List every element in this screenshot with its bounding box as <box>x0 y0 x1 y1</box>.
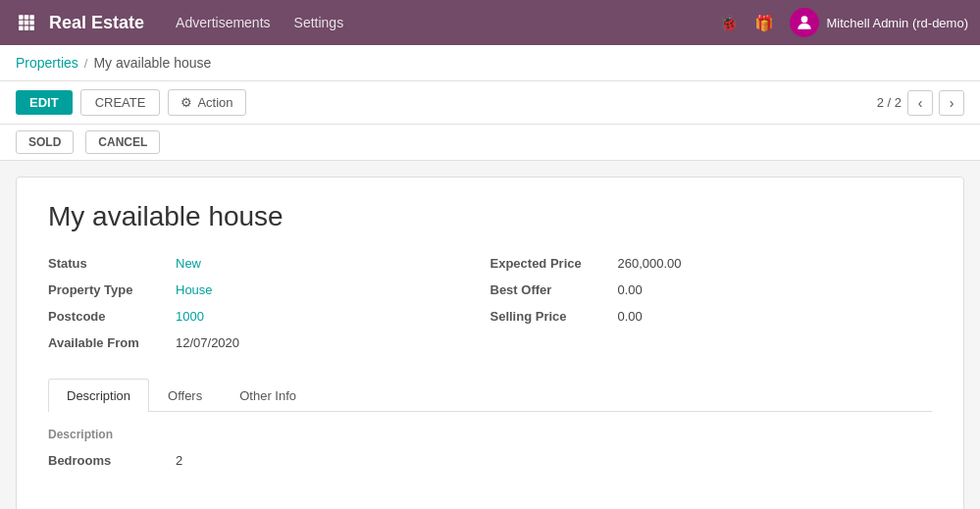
fields-grid: Status New Property Type House Postcode … <box>48 256 932 350</box>
status-bar: SOLD CANCEL <box>0 125 980 161</box>
breadcrumb: Properties / My available house <box>0 45 980 81</box>
field-label-status: Status <box>48 256 176 271</box>
main-content: My available house Status New Property T… <box>0 161 980 509</box>
svg-rect-1 <box>25 15 29 20</box>
edit-button[interactable]: EDIT <box>16 90 73 115</box>
field-best-offer: Best Offer 0.00 <box>490 282 933 297</box>
record-card: My available house Status New Property T… <box>16 177 964 509</box>
field-value-selling-price: 0.00 <box>618 309 643 324</box>
record-title: My available house <box>48 201 932 232</box>
topnav-right: 🐞 🎁 Mitchell Admin (rd-demo) <box>719 8 969 37</box>
pager-text: 2 / 2 <box>877 95 902 110</box>
action-button[interactable]: Action <box>168 89 245 116</box>
create-button[interactable]: CREATE <box>80 89 161 116</box>
field-selling-price: Selling Price 0.00 <box>490 309 933 324</box>
breadcrumb-parent[interactable]: Properties <box>16 55 78 71</box>
field-available-from: Available From 12/07/2020 <box>48 335 490 350</box>
breadcrumb-separator: / <box>84 56 88 71</box>
svg-rect-5 <box>29 21 34 25</box>
svg-rect-0 <box>19 15 24 20</box>
grid-menu-icon[interactable] <box>12 8 41 37</box>
tab-section-description-label: Description <box>48 428 932 441</box>
app-brand: Real Estate <box>49 13 144 33</box>
menu-item-advertisements[interactable]: Advertisements <box>176 11 270 34</box>
tab-content-description: Description Bedrooms 2 <box>48 412 932 493</box>
svg-rect-3 <box>19 21 24 25</box>
field-value-available-from: 12/07/2020 <box>176 335 239 350</box>
pager-prev[interactable]: ‹ <box>907 90 933 116</box>
fields-right: Expected Price 260,000.00 Best Offer 0.0… <box>490 256 933 350</box>
field-label-postcode: Postcode <box>48 309 176 324</box>
top-navigation: Real Estate Advertisements Settings 🐞 🎁 … <box>0 0 980 45</box>
svg-rect-6 <box>19 25 24 30</box>
tab-description[interactable]: Description <box>48 379 149 412</box>
pager: 2 / 2 ‹ › <box>877 90 964 116</box>
field-label-available-from: Available From <box>48 335 176 350</box>
gear-icon <box>181 95 192 110</box>
sold-button[interactable]: SOLD <box>16 130 74 154</box>
bug-icon[interactable]: 🐞 <box>719 14 739 32</box>
tab-field-bedrooms: Bedrooms 2 <box>48 453 932 468</box>
field-value-expected-price: 260,000.00 <box>618 256 682 271</box>
gift-icon[interactable]: 🎁 <box>754 14 774 32</box>
svg-rect-4 <box>25 21 29 25</box>
field-value-best-offer: 0.00 <box>618 282 643 297</box>
action-bar: EDIT CREATE Action 2 / 2 ‹ › <box>0 81 980 125</box>
field-postcode: Postcode 1000 <box>48 309 490 324</box>
top-menu: Advertisements Settings <box>176 11 718 34</box>
svg-rect-8 <box>29 25 34 30</box>
field-label-expected-price: Expected Price <box>490 256 618 271</box>
pager-next[interactable]: › <box>939 90 964 116</box>
fields-left: Status New Property Type House Postcode … <box>48 256 490 350</box>
field-value-status: New <box>176 256 201 271</box>
field-status: Status New <box>48 256 490 271</box>
cancel-button[interactable]: CANCEL <box>85 130 160 154</box>
tab-field-value-bedrooms: 2 <box>176 453 182 468</box>
breadcrumb-current: My available house <box>93 55 211 71</box>
field-label-selling-price: Selling Price <box>490 309 618 324</box>
field-value-postcode: 1000 <box>176 309 204 324</box>
field-label-property-type: Property Type <box>48 282 176 297</box>
field-property-type: Property Type House <box>48 282 490 297</box>
svg-rect-2 <box>29 15 34 20</box>
tab-field-label-bedrooms: Bedrooms <box>48 453 176 468</box>
menu-item-settings[interactable]: Settings <box>294 11 344 34</box>
tabs: Description Offers Other Info <box>48 378 932 412</box>
user-menu[interactable]: Mitchell Admin (rd-demo) <box>790 8 969 37</box>
field-label-best-offer: Best Offer <box>490 282 618 297</box>
field-value-property-type[interactable]: House <box>176 282 213 297</box>
field-expected-price: Expected Price 260,000.00 <box>490 256 933 271</box>
avatar <box>790 8 819 37</box>
svg-point-9 <box>800 16 807 23</box>
tab-other-info[interactable]: Other Info <box>221 379 315 412</box>
user-label: Mitchell Admin (rd-demo) <box>827 16 969 30</box>
tab-offers[interactable]: Offers <box>149 379 221 412</box>
svg-rect-7 <box>25 25 29 30</box>
